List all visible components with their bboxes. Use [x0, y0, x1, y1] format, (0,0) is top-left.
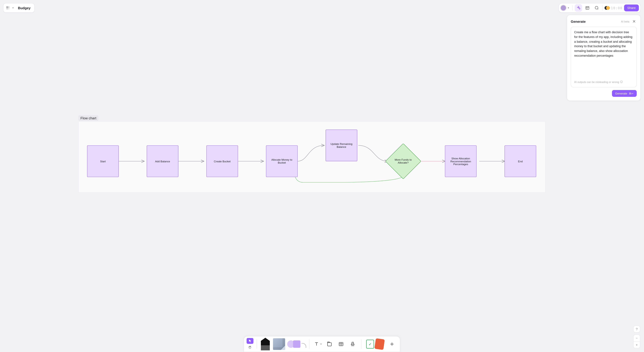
more-tools[interactable]	[387, 338, 397, 350]
hand-tool[interactable]	[247, 344, 254, 350]
share-button[interactable]: Share	[624, 4, 639, 11]
close-icon[interactable]	[632, 19, 637, 24]
sticky-tool[interactable]	[272, 338, 286, 350]
zoom-control: − +	[633, 334, 640, 348]
frame-label[interactable]: Flow chart	[78, 115, 98, 121]
section-tool[interactable]	[324, 338, 335, 350]
ai-beta-badge: AI beta	[621, 20, 629, 23]
svg-rect-1	[8, 6, 9, 8]
select-tool[interactable]	[247, 338, 254, 344]
node-end[interactable]: End	[504, 146, 536, 177]
table-tool[interactable]	[336, 338, 346, 350]
node-update-balance[interactable]: Update Remaining Balance	[326, 130, 357, 161]
help-button[interactable]: ?	[633, 326, 640, 332]
file-chip[interactable]: ▾ Budgey	[3, 3, 34, 13]
ai-prompt-input[interactable]: Create me a flow chart with decision tre…	[571, 27, 637, 87]
stamp-tool[interactable]	[348, 338, 358, 350]
chevron-down-icon[interactable]: ▾	[568, 6, 569, 9]
flowchart-frame[interactable]: Start Add Balance Create Bucket Allocate…	[78, 122, 545, 192]
timer-display[interactable]: 10:00	[611, 6, 622, 10]
zoom-in-button[interactable]: +	[634, 342, 640, 348]
marker-tool[interactable]	[260, 338, 271, 350]
bottom-toolbar	[244, 336, 400, 352]
text-tool[interactable]	[312, 338, 323, 350]
presence-indicator[interactable]	[604, 6, 609, 10]
svg-rect-11	[328, 343, 331, 346]
comment-button[interactable]	[593, 4, 600, 12]
layout-button[interactable]	[584, 4, 591, 12]
svg-rect-12	[328, 342, 330, 343]
node-decision[interactable]: More Funds to Allocate?	[385, 143, 421, 179]
file-name: Budgey	[18, 6, 30, 10]
node-create-bucket[interactable]: Create Bucket	[206, 146, 238, 177]
zoom-out-button[interactable]: −	[634, 335, 640, 342]
node-add-balance[interactable]: Add Balance	[147, 146, 178, 177]
avatar[interactable]	[560, 5, 566, 11]
stickers-tool[interactable]	[364, 338, 386, 350]
node-show-alloc[interactable]: Show Allocation Recommendation Percentag…	[445, 146, 476, 177]
chevron-down-icon: ▾	[12, 6, 14, 9]
figjam-icon	[6, 6, 10, 10]
node-start[interactable]: Start	[87, 146, 119, 177]
ai-prompt-text: Create me a flow chart with decision tre…	[574, 30, 633, 58]
shape-tool[interactable]	[288, 338, 306, 350]
svg-rect-0	[6, 6, 8, 8]
generate-kbd: ⌘↵	[629, 92, 634, 95]
top-right-toolbar: ▾ 10:00 Share	[558, 3, 641, 13]
svg-rect-2	[6, 8, 8, 9]
svg-rect-4	[586, 6, 589, 9]
node-allocate[interactable]: Allocate Money to Bucket	[266, 146, 298, 177]
ai-sparkle-button[interactable]	[575, 4, 582, 12]
ai-disclaimer: AI outputs can be misleading or wrong	[574, 80, 633, 84]
svg-rect-3	[8, 8, 9, 9]
generate-button[interactable]: Generate ⌘↵	[612, 90, 636, 97]
ai-panel-title: Generate	[571, 20, 619, 23]
ai-generate-panel: Generate AI beta Create me a flow chart …	[567, 15, 641, 101]
